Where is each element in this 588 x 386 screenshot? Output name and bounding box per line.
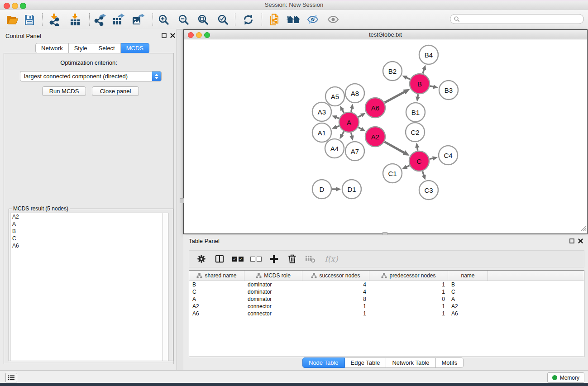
maximize-window-button[interactable]	[20, 3, 26, 9]
export-network-button[interactable]	[92, 13, 107, 26]
table-cell[interactable]: 1	[302, 303, 369, 310]
close-table-panel-icon[interactable]	[578, 238, 583, 244]
table-cell[interactable]: connector	[244, 303, 302, 310]
graph-node-A7[interactable]: A7	[345, 142, 364, 161]
tab-network-table[interactable]: Network Table	[386, 357, 435, 368]
delete-table-button[interactable]	[304, 253, 316, 265]
table-settings-button[interactable]	[196, 253, 207, 265]
network-minimize-button[interactable]	[196, 32, 202, 38]
add-column-button[interactable]	[268, 253, 280, 265]
open-session-button[interactable]	[5, 13, 20, 26]
table-cell[interactable]: 0	[369, 295, 448, 303]
home-button[interactable]	[286, 13, 301, 26]
graph-node-B1[interactable]: B1	[406, 103, 425, 122]
table-cell[interactable]: dominator	[244, 295, 302, 303]
table-cell[interactable]: A2	[189, 303, 244, 310]
table-cell[interactable]: dominator	[244, 288, 302, 295]
graph-edge-A-A2[interactable]	[359, 127, 366, 131]
resize-grip-icon[interactable]	[580, 224, 587, 233]
horizontal-scrollbar-thumb[interactable]	[382, 232, 387, 235]
mcds-list-scrollbar[interactable]	[163, 213, 168, 361]
select-all-columns-button[interactable]: ✓ ✓	[232, 253, 244, 265]
table-cell[interactable]: 1	[369, 310, 448, 317]
column-header-name[interactable]: name	[448, 271, 488, 281]
graph-edge-B-B3[interactable]	[430, 85, 438, 89]
table-row[interactable]: Adominator80A	[189, 295, 584, 303]
graph-node-A[interactable]: A	[339, 112, 359, 132]
graph-node-B4[interactable]: B4	[419, 45, 438, 64]
delete-columns-button[interactable]	[286, 253, 298, 265]
graph-node-B3[interactable]: B3	[439, 81, 458, 100]
zoom-selected-button[interactable]	[215, 13, 230, 26]
table-cell[interactable]: 1	[369, 303, 448, 310]
graph-node-D1[interactable]: D1	[342, 180, 361, 199]
task-history-button[interactable]	[5, 373, 17, 382]
table-cell[interactable]: A	[448, 295, 488, 303]
table-cell[interactable]: A6	[189, 310, 244, 317]
graph-edge-B-B2[interactable]	[402, 76, 410, 80]
import-network-button[interactable]	[47, 13, 62, 26]
tab-motifs[interactable]: Motifs	[436, 357, 464, 368]
export-image-button[interactable]	[130, 13, 146, 26]
graph-edge-A-A5[interactable]	[340, 106, 344, 113]
network-canvas[interactable]: B4B2BB3A8A5A6A3B1AA1C2A2A4A7C4CC1DD1C3	[184, 39, 587, 234]
graph-edge-B-B4[interactable]	[422, 65, 426, 73]
zoom-fit-button[interactable]	[195, 13, 210, 26]
tab-select[interactable]: Select	[93, 43, 121, 53]
run-mcds-button[interactable]: Run MCDS	[42, 86, 86, 96]
table-cell[interactable]: 8	[302, 295, 369, 303]
graph-node-A6[interactable]: A6	[365, 98, 385, 118]
table-cell[interactable]: dominator	[244, 281, 302, 288]
save-session-button[interactable]	[22, 13, 37, 26]
graph-node-A3[interactable]: A3	[312, 102, 331, 121]
table-row[interactable]: Bdominator41B	[189, 281, 584, 288]
graph-edge-C-C1[interactable]	[402, 165, 409, 169]
table-row[interactable]: A2connector11A2	[189, 303, 584, 310]
table-cell[interactable]: B	[189, 281, 244, 288]
mcds-result-item[interactable]: A	[10, 220, 168, 228]
graph-node-B[interactable]: B	[410, 74, 430, 94]
table-cell[interactable]: 4	[302, 288, 369, 295]
tab-mcds[interactable]: MCDS	[121, 43, 149, 53]
graph-edge-A-A8[interactable]	[349, 104, 354, 112]
tab-node-table[interactable]: Node Table	[302, 357, 345, 368]
graph-edge-D-D1[interactable]	[332, 187, 341, 191]
table-cell[interactable]: C	[448, 288, 488, 295]
zoom-in-button[interactable]	[156, 13, 171, 26]
mcds-result-item[interactable]: B	[10, 228, 168, 235]
mcds-result-item[interactable]: A6	[10, 242, 168, 249]
table-cell[interactable]: 4	[302, 281, 369, 288]
mcds-result-list[interactable]: A2ABCA6	[10, 213, 168, 361]
close-window-button[interactable]	[4, 3, 10, 9]
show-columns-button[interactable]	[214, 253, 225, 265]
clone-network-button[interactable]	[267, 13, 282, 26]
float-panel-icon[interactable]	[161, 33, 167, 38]
graph-edge-C-C2[interactable]	[415, 143, 419, 150]
table-cell[interactable]: connector	[244, 310, 302, 317]
graph-edge-A-A3[interactable]	[332, 115, 339, 119]
table-cell[interactable]: A2	[448, 303, 488, 310]
column-header-MCDS-role[interactable]: MCDS role	[244, 271, 302, 281]
graph-node-C[interactable]: C	[409, 151, 429, 171]
graph-edge-A-A4[interactable]	[339, 132, 344, 139]
import-table-button[interactable]	[67, 13, 83, 26]
export-table-button[interactable]	[110, 13, 126, 26]
graph-edge-A6-B[interactable]	[385, 89, 410, 103]
graph-edge-B-B1[interactable]	[416, 94, 420, 101]
graph-node-B2[interactable]: B2	[383, 62, 402, 81]
graph-node-A4[interactable]: A4	[325, 139, 344, 158]
table-cell[interactable]: B	[448, 281, 488, 288]
network-maximize-button[interactable]	[204, 32, 210, 38]
graph-node-A8[interactable]: A8	[345, 84, 364, 103]
float-table-panel-icon[interactable]	[569, 238, 575, 244]
network-window-titlebar[interactable]: testGlobe.txt	[184, 30, 587, 39]
table-cell[interactable]: A	[189, 295, 244, 303]
graph-node-A1[interactable]: A1	[312, 123, 331, 142]
column-header-shared-name[interactable]: shared name	[189, 271, 244, 281]
graph-node-C3[interactable]: C3	[419, 181, 438, 200]
refresh-button[interactable]	[240, 13, 256, 26]
mcds-result-item[interactable]: A2	[10, 213, 168, 220]
graph-node-C4[interactable]: C4	[439, 146, 458, 165]
graph-edge-A-A7[interactable]	[349, 133, 354, 141]
hide-selected-button[interactable]	[305, 13, 320, 26]
